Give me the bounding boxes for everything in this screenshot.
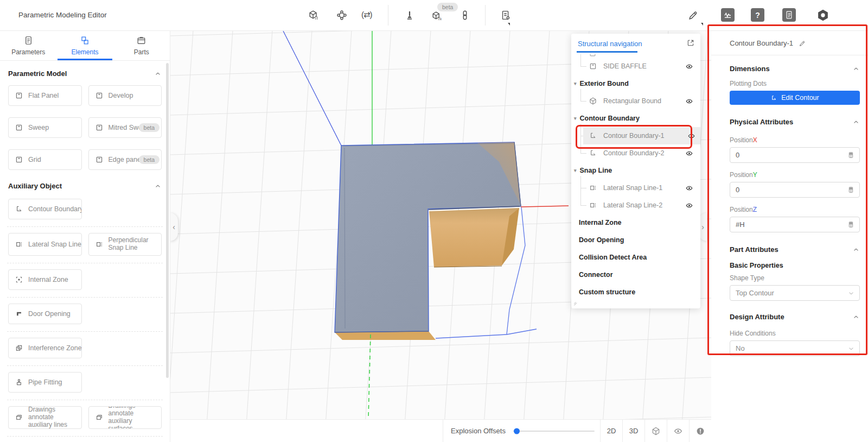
expand-panel-icon[interactable] (686, 39, 695, 47)
door-opening-button[interactable]: Door Opening (8, 304, 82, 324)
view-2d-button[interactable]: 2D (600, 420, 622, 442)
position-z-input[interactable] (736, 220, 847, 229)
eye-icon[interactable] (685, 149, 693, 157)
tree-group-custom-structure[interactable]: Custom structure (571, 283, 700, 301)
contour-boundary-button[interactable]: Contour Boundary (8, 199, 82, 219)
flat-panel-button[interactable]: Flat Panel (8, 85, 82, 106)
tree-group-collision-detect-area[interactable]: Collision Detect Area (571, 249, 700, 266)
position-x-input[interactable] (736, 151, 847, 159)
tree-group-contour-boundary[interactable]: ▾ Contour Boundary (571, 110, 700, 127)
view-2d-label: 2D (607, 427, 616, 435)
slider-thumb[interactable] (514, 428, 520, 434)
waveform-icon (723, 10, 733, 20)
axis-x-red-line (521, 206, 569, 207)
eye-icon[interactable] (685, 62, 693, 71)
document-icon (784, 10, 794, 20)
tree-group-door-opening[interactable]: Door Opening (571, 231, 700, 249)
interference-zone-button[interactable]: Interference Zone (8, 338, 82, 358)
edge-panel-button[interactable]: Edge panelbeta (88, 149, 162, 170)
divider (7, 226, 163, 227)
help-button[interactable]: ? (751, 8, 764, 22)
viewport-bottom-bar: Explosion Offsets 2D 3D (170, 419, 711, 442)
axis-y-letter: Y (753, 171, 757, 179)
axis-z-letter: Z (753, 206, 757, 213)
tab-parameters[interactable]: Parameters (0, 30, 56, 60)
tree-group-exterior-bound[interactable]: ▾ Exterior Bound (571, 75, 700, 92)
explosion-offsets-slider[interactable] (513, 431, 595, 432)
formula-calculator-icon[interactable] (847, 220, 855, 229)
tab-parts[interactable]: Parts (113, 30, 170, 60)
structural-navigation-tab[interactable]: Structural navigation (578, 40, 642, 48)
tab-label: Parameters (11, 48, 45, 56)
edit-contour-button[interactable]: Edit Contour (730, 91, 860, 105)
visibility-button[interactable] (667, 420, 689, 442)
perpendicular-snap-line-button[interactable]: Perpendicular Snap Line (88, 233, 162, 256)
plumb-marker-icon[interactable] (404, 9, 416, 21)
docs-button[interactable] (782, 8, 796, 22)
section-parametric-model[interactable]: Parametric Model (8, 70, 162, 78)
pattern-array-icon[interactable] (336, 9, 348, 21)
mitred-sweep-button[interactable]: Mitred Sweebeta (88, 117, 162, 138)
rename-pencil-icon[interactable] (799, 40, 806, 47)
grid-button[interactable]: Grid (8, 149, 82, 170)
link-icon[interactable] (459, 9, 471, 21)
sidebar-content: Parametric Model Flat Panel Develop Swee… (0, 70, 170, 442)
panel-resize-handle[interactable] (573, 299, 580, 307)
component-library-icon[interactable] (308, 9, 320, 21)
lateral-snap-line-button[interactable]: Lateral Snap Line (8, 233, 82, 256)
settings-nut-icon[interactable] (816, 8, 830, 22)
l-shaped-cabinet-model[interactable] (335, 142, 521, 340)
eye-icon[interactable] (687, 132, 695, 140)
activity-monitor-button[interactable] (721, 8, 735, 22)
tree-group-connector[interactable]: Connector (571, 266, 700, 283)
formula-calculator-icon[interactable] (847, 151, 855, 159)
drawings-annotate-surfaces-button[interactable]: Drawings annotate auxiliary surfaces (88, 406, 162, 429)
tree-group-label: Contour Boundary (580, 115, 640, 122)
eye-icon[interactable] (685, 97, 693, 105)
axis-z-blue-line (283, 31, 341, 146)
sweep-button[interactable]: Sweep (8, 117, 82, 138)
edit-pencil-icon[interactable] (687, 9, 699, 21)
tree-item-label: Lateral Snap Line-1 (603, 184, 662, 192)
eye-icon[interactable] (685, 184, 693, 192)
structure-tree: SIDE BAFFLE ▾ Exterior Bound Rectangular… (571, 54, 700, 308)
hide-conditions-select[interactable]: No (730, 340, 860, 356)
tree-item-contour-boundary-1[interactable]: Contour Boundary-1 (583, 127, 700, 144)
shape-type-select[interactable]: Top Contour (730, 285, 860, 301)
tree-item-lateral-snap-line-2[interactable]: Lateral Snap Line-2 (571, 197, 700, 214)
shading-mode-button[interactable] (644, 420, 667, 442)
drawings-annotate-lines-button[interactable]: Drawings annotate auxiliary lines (8, 406, 82, 429)
internal-zone-button[interactable]: Internal Zone (8, 269, 82, 290)
dimensions-section-header[interactable]: Dimensions (730, 65, 860, 73)
tree-item-rectangular-bound[interactable]: Rectangular Bound (571, 92, 700, 110)
tree-group-snap-line[interactable]: ▾ Snap Line (571, 162, 700, 179)
panel-icon (15, 155, 23, 164)
pipe-fitting-button[interactable]: Pipe Fitting (8, 372, 82, 393)
select-value: Top Contour (736, 289, 774, 297)
beta-badge: beta (139, 123, 159, 132)
warnings-button[interactable] (689, 420, 711, 442)
sidebar-collapse-handle[interactable]: ‹ (170, 213, 178, 241)
eye-icon[interactable] (685, 201, 693, 210)
formula-calculator-icon[interactable] (847, 186, 855, 194)
tree-item-lateral-snap-line-1[interactable]: Lateral Snap Line-1 (571, 179, 700, 197)
section-auxiliary-object[interactable]: Auxiliary Object (8, 182, 162, 190)
chevron-up-icon (154, 70, 162, 78)
position-y-input[interactable] (736, 186, 847, 194)
develop-button[interactable]: Develop (88, 85, 162, 106)
chevron-up-icon (852, 65, 860, 73)
physical-attributes-section-header[interactable]: Physical Attributes (730, 118, 860, 126)
tab-elements[interactable]: Elements (56, 30, 113, 60)
bottom-bar-spacer (170, 420, 443, 442)
tree-item-side-baffle[interactable]: SIDE BAFFLE (571, 58, 700, 75)
tree-item-contour-boundary-2[interactable]: Contour Boundary-2 (571, 144, 700, 162)
view-3d-button[interactable]: 3D (622, 420, 644, 442)
sidebar-scrollbar[interactable] (166, 63, 169, 378)
document-export-icon[interactable] (500, 9, 512, 21)
part-attributes-section-header[interactable]: Part Attributes (730, 245, 860, 254)
swap-axes-icon[interactable]: (⇄) (361, 10, 372, 20)
tree-group-label: Internal Zone (579, 219, 621, 226)
cube-formula-icon[interactable] (431, 10, 443, 22)
design-attribute-section-header[interactable]: Design Attribute (730, 313, 860, 321)
tree-group-internal-zone[interactable]: Internal Zone (571, 214, 700, 231)
